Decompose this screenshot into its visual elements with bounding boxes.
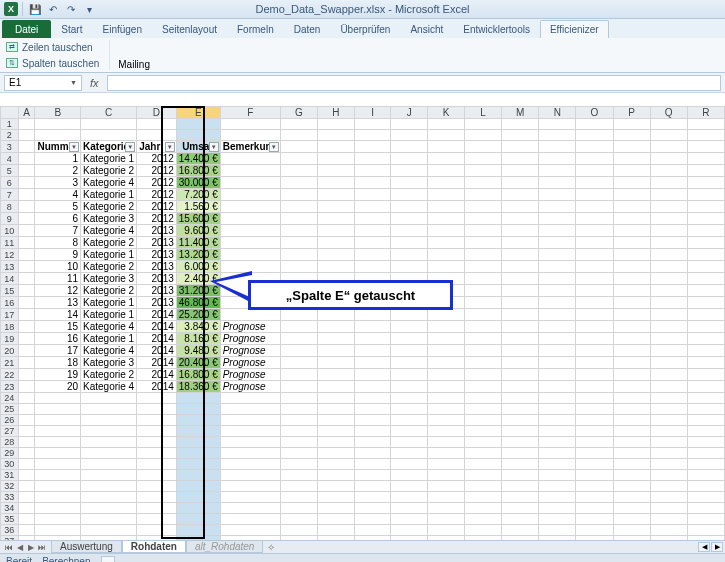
cell-A26[interactable] [18,415,35,426]
cell-M33[interactable] [501,492,538,503]
cell-Q28[interactable] [650,437,687,448]
cell-Q19[interactable] [650,333,687,345]
cell-E27[interactable] [176,426,220,437]
cell-O9[interactable] [576,213,613,225]
cell-K18[interactable] [428,321,465,333]
cell-L4[interactable] [465,153,502,165]
cell-I29[interactable] [355,448,391,459]
cell-E25[interactable] [176,404,220,415]
cell-C4[interactable]: Kategorie 1 [81,153,137,165]
cell-I9[interactable] [355,213,391,225]
cell-P20[interactable] [613,345,650,357]
cell-J6[interactable] [391,177,428,189]
cell-H21[interactable] [317,357,354,369]
cell-I1[interactable] [355,119,391,130]
cell-P12[interactable] [613,249,650,261]
cell-B9[interactable]: 6 [35,213,81,225]
cell-G5[interactable] [280,165,317,177]
cell-L31[interactable] [465,470,502,481]
cell-B35[interactable] [35,514,81,525]
cell-D5[interactable]: 2012 [137,165,177,177]
cell-B26[interactable] [35,415,81,426]
cell-P7[interactable] [613,189,650,201]
cell-H31[interactable] [317,470,354,481]
cell-G27[interactable] [280,426,317,437]
cell-M19[interactable] [501,333,538,345]
cell-A11[interactable] [18,237,35,249]
cell-N14[interactable] [539,273,576,285]
cell-O29[interactable] [576,448,613,459]
cell-R19[interactable] [687,333,724,345]
cell-P26[interactable] [613,415,650,426]
cell-M4[interactable] [501,153,538,165]
cell-E22[interactable]: 16.800 € [176,369,220,381]
cell-J21[interactable] [391,357,428,369]
cell-M13[interactable] [501,261,538,273]
cell-D4[interactable]: 2012 [137,153,177,165]
cell-O26[interactable] [576,415,613,426]
cell-B13[interactable]: 10 [35,261,81,273]
cell-B8[interactable]: 5 [35,201,81,213]
cell-D15[interactable]: 2013 [137,285,177,297]
cell-N11[interactable] [539,237,576,249]
cell-D10[interactable]: 2013 [137,225,177,237]
row-header-21[interactable]: 21 [1,357,19,369]
cell-N8[interactable] [539,201,576,213]
cell-H36[interactable] [317,525,354,536]
cell-R36[interactable] [687,525,724,536]
cell-R8[interactable] [687,201,724,213]
cell-L26[interactable] [465,415,502,426]
cell-D22[interactable]: 2014 [137,369,177,381]
cell-N24[interactable] [539,393,576,404]
cell-N27[interactable] [539,426,576,437]
cell-D11[interactable]: 2013 [137,237,177,249]
cell-M2[interactable] [501,130,538,141]
cell-I23[interactable] [355,381,391,393]
cell-J35[interactable] [391,514,428,525]
tab-view[interactable]: Ansicht [400,20,453,38]
col-header-B[interactable]: B [35,107,81,119]
cell-B22[interactable]: 19 [35,369,81,381]
cell-O24[interactable] [576,393,613,404]
cell-J23[interactable] [391,381,428,393]
cell-Q1[interactable] [650,119,687,130]
cell-M36[interactable] [501,525,538,536]
cell-E26[interactable] [176,415,220,426]
cell-M35[interactable] [501,514,538,525]
cell-E32[interactable] [176,481,220,492]
cell-E18[interactable]: 3.840 € [176,321,220,333]
cell-H12[interactable] [317,249,354,261]
cell-P14[interactable] [613,273,650,285]
cell-I11[interactable] [355,237,391,249]
cell-B7[interactable]: 4 [35,189,81,201]
cell-A29[interactable] [18,448,35,459]
cell-F9[interactable] [220,213,280,225]
cell-L27[interactable] [465,426,502,437]
cell-J3[interactable] [391,141,428,153]
cell-L21[interactable] [465,357,502,369]
cell-N17[interactable] [539,309,576,321]
cell-C18[interactable]: Kategorie 4 [81,321,137,333]
cell-I24[interactable] [355,393,391,404]
cell-H1[interactable] [317,119,354,130]
cell-R29[interactable] [687,448,724,459]
cell-C3[interactable]: Kategorie▼ [81,141,137,153]
cell-L23[interactable] [465,381,502,393]
cell-A20[interactable] [18,345,35,357]
cell-N4[interactable] [539,153,576,165]
cell-I2[interactable] [355,130,391,141]
cell-B24[interactable] [35,393,81,404]
cell-Q26[interactable] [650,415,687,426]
cell-E36[interactable] [176,525,220,536]
cell-C23[interactable]: Kategorie 4 [81,381,137,393]
cell-R22[interactable] [687,369,724,381]
tab-data[interactable]: Daten [284,20,331,38]
cell-A16[interactable] [18,297,35,309]
cell-M16[interactable] [501,297,538,309]
cell-I35[interactable] [355,514,391,525]
filter-dropdown-icon[interactable]: ▼ [69,142,79,152]
cell-G35[interactable] [280,514,317,525]
cell-D34[interactable] [137,503,177,514]
cell-L1[interactable] [465,119,502,130]
cell-R17[interactable] [687,309,724,321]
